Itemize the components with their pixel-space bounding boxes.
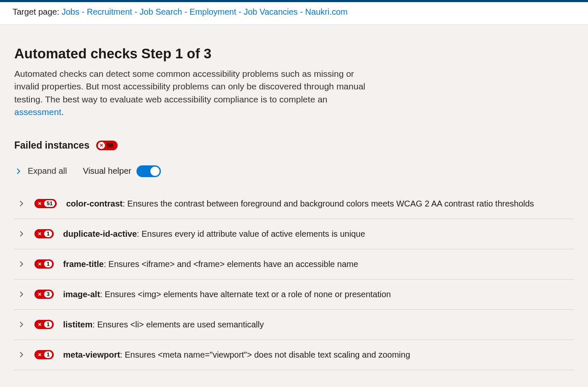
close-icon: ✕ <box>37 352 43 358</box>
rule-text: duplicate-id-active: Ensures every id at… <box>63 229 365 239</box>
main-content: Automated checks Step 1 of 3 Automated c… <box>0 25 588 387</box>
rule-count-badge: ✕3 <box>34 290 54 299</box>
chevron-right-icon[interactable] <box>18 230 25 237</box>
visual-helper-toggle[interactable] <box>136 165 161 177</box>
rule-row: ✕1duplicate-id-active: Ensures every id … <box>14 219 574 249</box>
rule-description: : Ensures <meta name="viewport"> does no… <box>120 350 410 359</box>
rule-row: ✕51color-contrast: Ensures the contrast … <box>14 189 574 219</box>
chevron-right-icon[interactable] <box>18 351 25 358</box>
rule-description: : Ensures <iframe> and <frame> elements … <box>104 259 358 269</box>
rule-text: image-alt: Ensures <img> elements have a… <box>63 290 391 299</box>
page-title: Automated checks Step 1 of 3 <box>14 46 574 62</box>
chevron-right-icon[interactable] <box>18 291 25 298</box>
rule-count-value: 1 <box>44 351 52 358</box>
close-icon: ✕ <box>37 291 43 298</box>
rule-count-badge: ✕1 <box>34 350 54 359</box>
visual-helper-label: Visual helper <box>83 166 131 176</box>
rule-name: duplicate-id-active <box>63 229 137 238</box>
toolbar: Expand all Visual helper <box>14 165 574 177</box>
close-icon: ✕ <box>37 261 43 267</box>
rule-row: ✕1listitem: Ensures <li> elements are us… <box>14 310 574 340</box>
rule-description: : Ensures every id attribute value of ac… <box>137 229 365 238</box>
rule-name: image-alt <box>63 290 100 299</box>
close-icon: ✕ <box>37 322 43 328</box>
rule-name: frame-title <box>63 259 104 269</box>
close-icon <box>98 142 105 149</box>
rule-description: : Ensures the contrast between foregroun… <box>123 199 534 208</box>
rule-name: color-contrast <box>66 199 122 208</box>
close-icon: ✕ <box>37 231 43 237</box>
description-text: Automated checks can detect some common … <box>14 69 365 104</box>
expand-all-label: Expand all <box>28 166 67 176</box>
target-page-bar: Target page: Jobs - Recruitment - Job Se… <box>0 2 588 25</box>
rule-count-badge: ✕1 <box>34 320 54 329</box>
rule-text: frame-title: Ensures <iframe> and <frame… <box>63 259 358 269</box>
target-page-label: Target page: <box>13 7 62 16</box>
rule-count-badge: ✕1 <box>34 259 54 269</box>
rule-text: color-contrast: Ensures the contrast bet… <box>66 199 534 209</box>
rule-count-value: 1 <box>44 261 52 267</box>
rule-name: listitem <box>63 320 92 329</box>
chevron-right-icon[interactable] <box>18 321 25 328</box>
assessment-link[interactable]: assessment <box>14 107 61 117</box>
target-page-link[interactable]: Jobs - Recruitment - Job Search - Employ… <box>62 7 348 16</box>
page-description: Automated checks can detect some common … <box>14 68 371 119</box>
chevron-right-icon <box>15 168 22 175</box>
close-icon: ✕ <box>37 201 43 207</box>
rules-list: ✕51color-contrast: Ensures the contrast … <box>14 189 574 370</box>
rule-row: ✕1meta-viewport: Ensures <meta name="vie… <box>14 340 574 370</box>
rule-count-value: 3 <box>44 291 52 298</box>
chevron-right-icon[interactable] <box>18 200 25 207</box>
expand-all-button[interactable]: Expand all <box>15 166 67 176</box>
rule-count-value: 51 <box>44 200 55 207</box>
rule-text: meta-viewport: Ensures <meta name="viewp… <box>63 350 410 360</box>
failed-count-badge: 58 <box>96 141 118 150</box>
failed-instances-heading: Failed instances <box>14 140 89 151</box>
toggle-knob <box>150 167 160 176</box>
rule-description: : Ensures <img> elements have alternate … <box>100 290 391 299</box>
failed-count-value: 58 <box>107 142 113 149</box>
failed-instances-header: Failed instances 58 <box>14 140 574 151</box>
rule-count-badge: ✕51 <box>34 199 57 208</box>
visual-helper-control: Visual helper <box>83 165 160 177</box>
rule-text: listitem: Ensures <li> elements are used… <box>63 320 264 329</box>
rule-row: ✕1frame-title: Ensures <iframe> and <fra… <box>14 249 574 280</box>
rule-row: ✕3image-alt: Ensures <img> elements have… <box>14 280 574 310</box>
rule-name: meta-viewport <box>63 350 120 359</box>
chevron-right-icon[interactable] <box>18 261 25 267</box>
description-suffix: . <box>61 107 64 117</box>
rule-count-badge: ✕1 <box>34 229 54 238</box>
rule-description: : Ensures <li> elements are used semanti… <box>92 320 264 329</box>
rule-count-value: 1 <box>44 321 52 328</box>
rule-count-value: 1 <box>44 230 52 237</box>
